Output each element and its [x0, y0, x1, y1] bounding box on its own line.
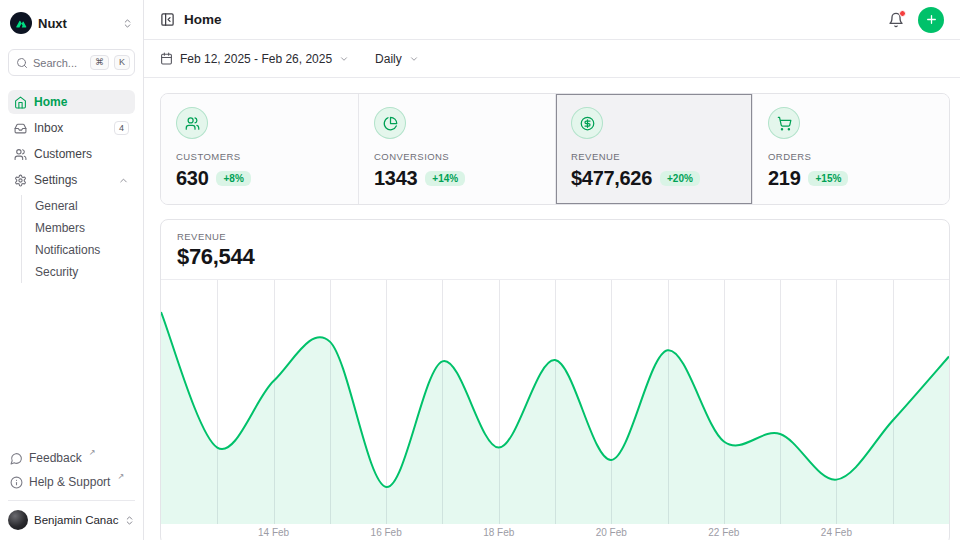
sidebar-item-settings[interactable]: Settings [8, 168, 135, 192]
chevron-up-icon [118, 175, 129, 186]
workspace-switcher[interactable]: Nuxt [8, 10, 135, 36]
x-tick-label: 20 Feb [596, 527, 627, 538]
pie-chart-icon [374, 107, 406, 139]
chevrons-up-down-icon [124, 515, 135, 526]
main-area: Home Feb 12, 2025 - Feb 26, 2025 [144, 0, 960, 540]
inbox-count-badge: 4 [114, 121, 129, 135]
stat-value: $477,626 [571, 167, 652, 190]
chevrons-up-down-icon [122, 18, 133, 29]
revenue-area-chart[interactable] [161, 280, 949, 524]
sidebar-item-label: Settings [34, 173, 111, 187]
user-name: Benjamin Canac [34, 514, 118, 526]
stat-label: ORDERS [768, 151, 934, 162]
sidebar: Nuxt Search... ⌘ K Home [0, 0, 144, 540]
x-tick-label: 18 Feb [483, 527, 514, 538]
stat-card-orders[interactable]: ORDERS 219 +15% [752, 94, 949, 204]
sidebar-item-label: Home [34, 95, 129, 109]
stat-value: 219 [768, 167, 800, 190]
stats-row: CUSTOMERS 630 +8% CONVERSIONS 1343 +14% [160, 93, 950, 205]
stat-delta-badge: +15% [808, 171, 848, 186]
kbd-k: K [114, 55, 130, 70]
chart-header: REVENUE $76,544 [161, 220, 949, 280]
x-tick-label: 24 Feb [821, 527, 852, 538]
sidebar-item-members[interactable]: Members [35, 217, 135, 239]
date-range-value: Feb 12, 2025 - Feb 26, 2025 [180, 52, 332, 66]
settings-subnav: General Members Notifications Security [21, 195, 135, 283]
help-support-label: Help & Support [29, 475, 110, 489]
chart-title: REVENUE [177, 231, 933, 242]
chevron-down-icon [339, 54, 349, 64]
stat-card-revenue[interactable]: REVENUE $477,626 +20% [555, 94, 752, 204]
chevron-down-icon [409, 54, 419, 64]
sidebar-item-notifications[interactable]: Notifications [35, 239, 135, 261]
stat-label: CUSTOMERS [176, 151, 343, 162]
sidebar-item-inbox[interactable]: Inbox 4 [8, 116, 135, 140]
chart-svg [161, 280, 949, 524]
chart-area-fill [161, 312, 949, 524]
calendar-icon [160, 52, 173, 65]
home-icon [14, 96, 27, 109]
sidebar-item-security[interactable]: Security [35, 261, 135, 283]
sidebar-nav: Home Inbox 4 Customers Settings [8, 90, 135, 284]
inbox-icon [14, 122, 27, 135]
chart-total-value: $76,544 [177, 244, 933, 270]
sidebar-footer: Feedback ↗ Help & Support ↗ [8, 448, 135, 500]
add-button[interactable] [918, 7, 944, 33]
user-menu[interactable]: Benjamin Canac [8, 500, 135, 530]
app-window: Nuxt Search... ⌘ K Home [0, 0, 960, 540]
sidebar-item-general[interactable]: General [35, 195, 135, 217]
page-content: CUSTOMERS 630 +8% CONVERSIONS 1343 +14% [144, 78, 960, 540]
search-placeholder: Search... [33, 57, 85, 69]
filter-toolbar: Feb 12, 2025 - Feb 26, 2025 Daily [144, 40, 960, 78]
stat-card-conversions[interactable]: CONVERSIONS 1343 +14% [358, 94, 555, 204]
notification-dot [899, 10, 906, 17]
plus-icon [925, 13, 938, 26]
stat-value: 1343 [374, 167, 417, 190]
collapse-sidebar-icon[interactable] [160, 12, 175, 27]
notifications-button[interactable] [888, 12, 904, 28]
stat-delta-badge: +20% [660, 171, 700, 186]
sidebar-item-label: Customers [34, 147, 129, 161]
stat-value: 630 [176, 167, 208, 190]
granularity-value: Daily [375, 52, 402, 66]
sidebar-item-home[interactable]: Home [8, 90, 135, 114]
external-link-icon: ↗ [89, 448, 96, 457]
cart-icon [768, 107, 800, 139]
stat-label: CONVERSIONS [374, 151, 540, 162]
x-tick-label: 16 Feb [371, 527, 402, 538]
message-icon [10, 452, 23, 465]
search-input[interactable]: Search... ⌘ K [8, 49, 135, 76]
sidebar-item-label: Inbox [34, 121, 107, 135]
avatar [8, 510, 28, 530]
x-tick-label: 14 Feb [258, 527, 289, 538]
page-title: Home [184, 12, 222, 27]
users-icon [14, 148, 27, 161]
kbd-meta: ⌘ [90, 55, 109, 70]
info-icon [10, 476, 23, 489]
stat-delta-badge: +14% [425, 171, 465, 186]
users-icon [176, 107, 208, 139]
chart-x-axis: 14 Feb16 Feb18 Feb20 Feb22 Feb24 Feb [161, 524, 949, 540]
stat-card-customers[interactable]: CUSTOMERS 630 +8% [161, 94, 358, 204]
sidebar-item-customers[interactable]: Customers [8, 142, 135, 166]
nuxt-logo-icon [10, 12, 32, 34]
gear-icon [14, 174, 27, 187]
workspace-name: Nuxt [38, 16, 116, 31]
stat-delta-badge: +8% [216, 171, 250, 186]
date-range-picker[interactable]: Feb 12, 2025 - Feb 26, 2025 [160, 52, 349, 66]
external-link-icon: ↗ [117, 472, 124, 481]
help-support-link[interactable]: Help & Support ↗ [8, 472, 135, 492]
top-header: Home [144, 0, 960, 40]
topbar-actions [888, 7, 944, 33]
feedback-label: Feedback [29, 451, 82, 465]
search-icon [16, 57, 28, 69]
x-tick-label: 22 Feb [708, 527, 739, 538]
revenue-chart-card: REVENUE $76,544 14 Feb16 Feb18 Feb20 Feb… [160, 219, 950, 540]
feedback-link[interactable]: Feedback ↗ [8, 448, 135, 468]
stat-label: REVENUE [571, 151, 737, 162]
dollar-icon [571, 107, 603, 139]
sidebar-spacer [8, 284, 135, 448]
granularity-select[interactable]: Daily [375, 52, 419, 66]
